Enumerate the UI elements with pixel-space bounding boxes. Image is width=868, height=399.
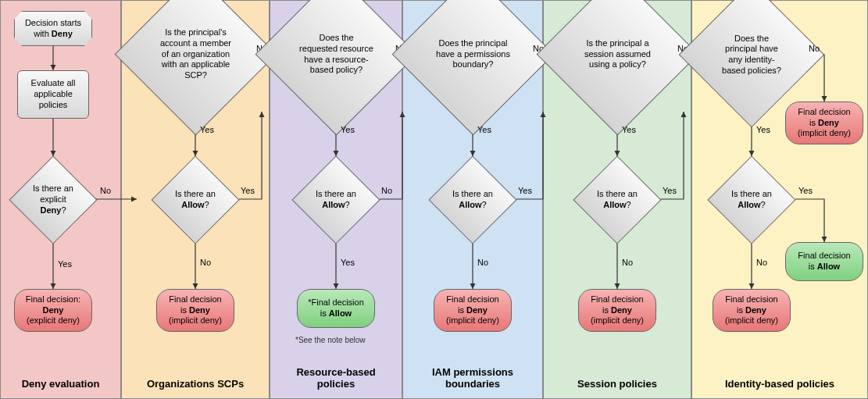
edge-label-yes: Yes <box>241 186 255 195</box>
identity-allow-decision: Is there an Allow? <box>720 169 783 231</box>
final-explicit-deny: Final decision: Deny(explicit deny) <box>14 289 92 332</box>
edge-label-yes: Yes <box>58 259 72 269</box>
lane-label: IAM permissions boundaries <box>403 366 542 390</box>
edge-label-yes: Yes <box>756 125 770 134</box>
resource-allow-decision: Is there an Allow? <box>305 169 367 231</box>
identity-policy-decision: Does the principal have any identity-bas… <box>700 3 803 106</box>
edge-label-no: No <box>756 258 767 267</box>
scp-implicit-deny: Final decision is Deny(implicit deny) <box>156 289 234 332</box>
edge-label-no: No <box>200 258 211 267</box>
lane-label: Resource-based policies <box>270 366 402 390</box>
edge-label-yes: Yes <box>518 186 532 195</box>
edge-label-yes: Yes <box>622 125 636 134</box>
lane-label: Organizations SCPs <box>122 378 269 390</box>
edge-label-yes: Yes <box>341 258 355 267</box>
perm-boundary-decision: Does the principal have a permissions bo… <box>416 0 530 112</box>
edge-label-yes: Yes <box>200 125 214 134</box>
edge-label-no: No <box>809 44 820 53</box>
lane-label: Deny evaluation <box>1 378 120 390</box>
session-allow-decision: Is there an Allow? <box>586 169 648 231</box>
identity-implicit-deny: Final decision is Deny(implicit deny) <box>713 289 791 332</box>
resource-final-allow: *Final decision is Allow <box>297 289 375 328</box>
edge-label-no: No <box>622 258 633 267</box>
edge-label-no: No <box>100 186 111 195</box>
edge-label-no: No <box>477 258 488 267</box>
scp-member-decision: Is the principal's account a member of a… <box>138 0 253 112</box>
footnote: *See the note below <box>295 336 366 344</box>
resource-policy-decision: Does the requested resource have a resou… <box>279 0 394 112</box>
edge-label-yes: Yes <box>663 186 677 195</box>
edge-label-yes: Yes <box>341 125 355 134</box>
explicit-deny-decision: Is there an explicit Deny? <box>22 169 84 231</box>
session-policy-decision: Is the principal a session assumed using… <box>560 0 675 112</box>
perm-allow-decision: Is there an Allow? <box>441 169 504 231</box>
edge-label-yes: Yes <box>798 186 813 195</box>
identity-no-policy-deny: Final decision is Deny(implicit deny) <box>785 102 863 144</box>
lane-label: Session policies <box>544 378 691 390</box>
lane-label: Identity-based policies <box>692 378 867 390</box>
session-implicit-deny: Final decision is Deny(implicit deny) <box>578 289 656 332</box>
scp-allow-decision: Is there an Allow? <box>164 169 227 231</box>
start-node: Decision starts with Deny <box>14 11 92 46</box>
evaluate-policies-node: Evaluate all applicable policies <box>17 70 89 119</box>
identity-final-allow: Final decision is Allow <box>785 242 863 281</box>
edge-label-yes: Yes <box>477 125 491 134</box>
edge-label-no: No <box>381 186 392 195</box>
perm-implicit-deny: Final decision is Deny(implicit deny) <box>434 289 512 332</box>
